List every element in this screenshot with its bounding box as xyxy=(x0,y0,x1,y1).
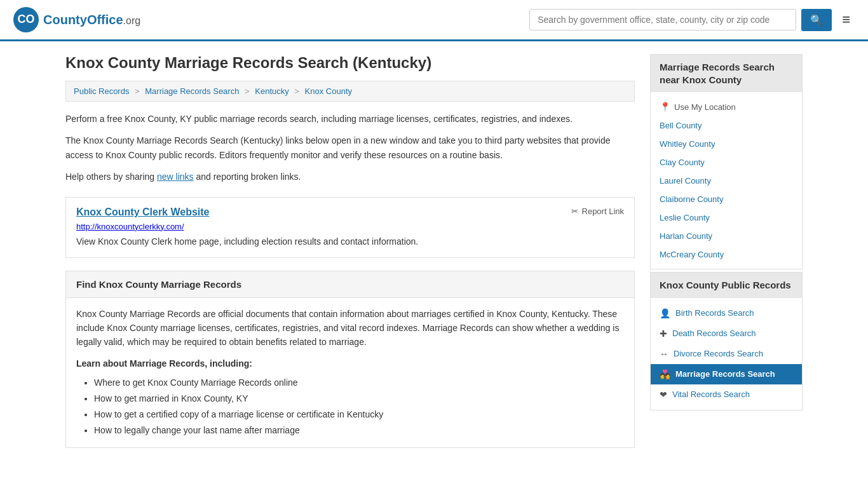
location-pin-icon: 📍 xyxy=(660,102,670,112)
description-2: The Knox County Marriage Records Search … xyxy=(65,133,635,162)
menu-button[interactable]: ≡ xyxy=(837,9,855,30)
record-type-icon: ❤ xyxy=(660,390,667,400)
description-3-suffix: and reporting broken links. xyxy=(194,172,301,182)
sidebar-record-link[interactable]: Birth Records Search xyxy=(675,308,754,318)
sidebar-public-records-body: 👤Birth Records Search✚Death Records Sear… xyxy=(651,298,802,410)
breadcrumb-marriage-records[interactable]: Marriage Records Search xyxy=(145,86,239,96)
record-card-title: Knox County Clerk Website xyxy=(76,207,210,218)
learn-list-item: How to get married in Knox County, KY xyxy=(94,391,624,407)
breadcrumb: Public Records > Marriage Records Search… xyxy=(65,81,635,102)
breadcrumb-sep-2: > xyxy=(245,86,252,96)
record-type-icon: 💑 xyxy=(660,369,670,379)
sidebar-record-link[interactable]: Divorce Records Search xyxy=(674,349,763,358)
sidebar-county-item[interactable]: Harlan County xyxy=(651,227,802,245)
use-my-location-label: Use My Location xyxy=(674,102,736,112)
sidebar-county-item[interactable]: Bell County xyxy=(651,116,802,135)
breadcrumb-sep-3: > xyxy=(294,86,301,96)
breadcrumb-kentucky[interactable]: Kentucky xyxy=(255,86,288,96)
learn-list-item: How to legally change your last name aft… xyxy=(94,423,624,438)
sidebar-county-link[interactable]: Laurel County xyxy=(660,176,711,186)
sidebar-county-link[interactable]: Bell County xyxy=(660,121,702,130)
description-1: Perform a free Knox County, KY public ma… xyxy=(65,112,635,126)
report-link-label: Report Link xyxy=(582,207,624,216)
learn-list-item: How to get a certified copy of a marriag… xyxy=(94,407,624,423)
sidebar-county-item[interactable]: Whitley County xyxy=(651,135,802,153)
search-input[interactable] xyxy=(529,9,796,30)
sidebar-nearby-body: 📍 Use My Location Bell CountyWhitley Cou… xyxy=(651,92,802,269)
search-icon: 🔍 xyxy=(810,15,823,25)
content-wrapper: Knox County Marriage Records Search (Ken… xyxy=(53,41,815,461)
report-link-icon: ✂ xyxy=(571,207,578,216)
breadcrumb-public-records[interactable]: Public Records xyxy=(74,86,129,96)
learn-list: Where to get Knox County Marriage Record… xyxy=(76,375,624,439)
sidebar-county-item[interactable]: Leslie County xyxy=(651,208,802,227)
sidebar-county-link[interactable]: Claiborne County xyxy=(660,194,723,204)
header: CO CountyOffice.org 🔍 ≡ xyxy=(0,0,868,41)
use-my-location[interactable]: 📍 Use My Location xyxy=(651,97,802,116)
sidebar-nearby-section: Marriage Records Search near Knox County… xyxy=(650,54,803,269)
record-url[interactable]: http://knoxcountyclerkky.com/ xyxy=(76,222,624,231)
sidebar-county-item[interactable]: Clay County xyxy=(651,153,802,172)
sidebar-record-link[interactable]: Marriage Records Search xyxy=(675,369,775,379)
logo-icon: CO xyxy=(13,6,39,33)
sidebar-county-item[interactable]: McCreary County xyxy=(651,245,802,264)
sidebar-record-item[interactable]: ↔Divorce Records Search xyxy=(651,344,802,364)
logo-text: CountyOffice.org xyxy=(43,13,140,27)
record-type-icon: ✚ xyxy=(660,329,667,339)
page-title: Knox County Marriage Records Search (Ken… xyxy=(65,54,635,72)
record-type-icon: 👤 xyxy=(660,308,670,318)
sidebar-nearby-header: Marriage Records Search near Knox County xyxy=(651,55,802,92)
main-content: Knox County Marriage Records Search (Ken… xyxy=(65,54,635,448)
find-desc: Knox County Marriage Records are officia… xyxy=(76,307,624,349)
nearby-counties-list: Bell CountyWhitley CountyClay CountyLaur… xyxy=(651,116,802,264)
hamburger-icon: ≡ xyxy=(842,11,850,27)
search-button[interactable]: 🔍 xyxy=(801,9,832,31)
sidebar-county-link[interactable]: Clay County xyxy=(660,158,705,167)
breadcrumb-knox-county[interactable]: Knox County xyxy=(305,86,352,96)
sidebar-county-item[interactable]: Claiborne County xyxy=(651,190,802,208)
record-url-link[interactable]: http://knoxcountyclerkky.com/ xyxy=(76,222,184,231)
sidebar-record-item[interactable]: 💑Marriage Records Search xyxy=(651,364,802,384)
description-3-prefix: Help others by sharing xyxy=(65,172,157,182)
learn-list-item: Where to get Knox County Marriage Record… xyxy=(94,375,624,391)
sidebar-county-link[interactable]: Harlan County xyxy=(660,231,712,241)
sidebar-county-link[interactable]: Whitley County xyxy=(660,139,715,149)
sidebar-county-item[interactable]: Laurel County xyxy=(651,172,802,190)
breadcrumb-sep-1: > xyxy=(135,86,142,96)
record-type-icon: ↔ xyxy=(660,349,668,359)
sidebar: Marriage Records Search near Knox County… xyxy=(650,54,803,448)
learn-heading: Learn about Marriage Records, including: xyxy=(76,358,624,369)
sidebar-record-item[interactable]: ✚Death Records Search xyxy=(651,323,802,344)
record-card: Knox County Clerk Website ✂ Report Link … xyxy=(65,197,635,258)
find-section-body: Knox County Marriage Records are officia… xyxy=(66,298,634,448)
sidebar-record-link[interactable]: Vital Records Search xyxy=(672,390,750,399)
sidebar-record-item[interactable]: 👤Birth Records Search xyxy=(651,303,802,323)
new-links-link[interactable]: new links xyxy=(157,172,194,182)
find-section: Find Knox County Marriage Records Knox C… xyxy=(65,271,635,449)
public-records-list: 👤Birth Records Search✚Death Records Sear… xyxy=(651,303,802,405)
record-card-header: Knox County Clerk Website ✂ Report Link xyxy=(76,207,624,218)
search-area: 🔍 ≡ xyxy=(529,9,855,31)
logo-area: CO CountyOffice.org xyxy=(13,6,140,33)
record-desc: View Knox County Clerk home page, includ… xyxy=(76,235,624,248)
sidebar-record-item[interactable]: ❤Vital Records Search xyxy=(651,384,802,405)
svg-text:CO: CO xyxy=(18,13,35,25)
sidebar-public-records-header: Knox County Public Records xyxy=(651,273,802,298)
record-card-title-link[interactable]: Knox County Clerk Website xyxy=(76,207,210,217)
sidebar-public-records-section: Knox County Public Records 👤Birth Record… xyxy=(650,272,803,410)
sidebar-record-link[interactable]: Death Records Search xyxy=(672,329,756,338)
find-section-header: Find Knox County Marriage Records xyxy=(66,271,634,298)
description-3: Help others by sharing new links and rep… xyxy=(65,170,635,184)
sidebar-county-link[interactable]: McCreary County xyxy=(660,250,724,259)
sidebar-county-link[interactable]: Leslie County xyxy=(660,213,710,222)
report-link[interactable]: ✂ Report Link xyxy=(571,207,624,216)
